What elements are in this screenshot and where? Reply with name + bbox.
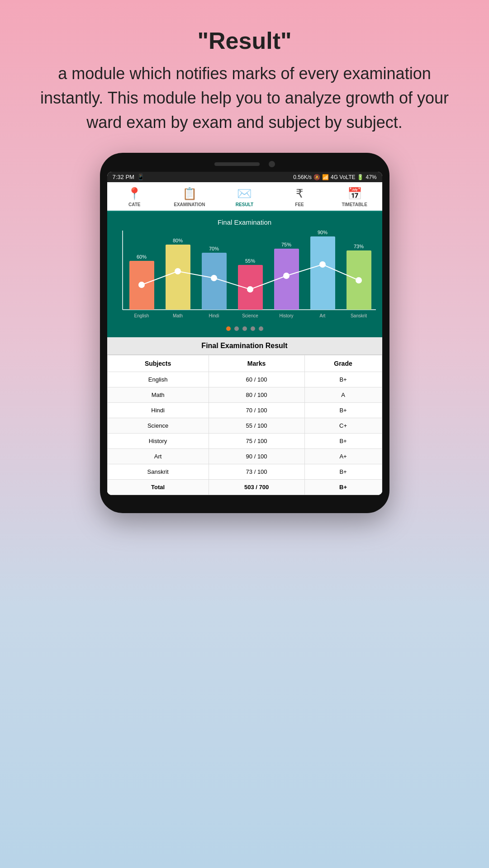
table-row: Hindi 70 / 100 B+ bbox=[107, 403, 382, 418]
examination-icon: 📋 bbox=[182, 187, 197, 201]
bar-pct-sanskrit: 73% bbox=[353, 244, 363, 249]
label-english: English bbox=[134, 313, 149, 318]
result-table: Subjects Marks Grade English 60 / 100 B+… bbox=[107, 355, 382, 495]
dot-math bbox=[175, 268, 181, 274]
bar-chart: 60% 80% 70% 55% 75% 90% 73% bbox=[112, 231, 378, 321]
svg-rect-7 bbox=[310, 236, 335, 310]
label-math: Math bbox=[172, 313, 182, 318]
dot-sanskrit bbox=[356, 277, 362, 283]
col-marks: Marks bbox=[209, 355, 304, 372]
svg-rect-3 bbox=[166, 245, 190, 310]
data-speed: 0.56K/s bbox=[293, 174, 312, 180]
phone-speaker bbox=[214, 162, 260, 166]
cell-grade: B+ bbox=[304, 480, 382, 495]
dot-5[interactable] bbox=[259, 326, 263, 331]
cell-marks: 75 / 100 bbox=[209, 434, 304, 449]
status-bar: 7:32 PM 📱 0.56K/s 🔕 📶 4G VoLTE 🔋 47% bbox=[107, 172, 382, 182]
col-subjects: Subjects bbox=[107, 355, 209, 372]
nav-item-examination[interactable]: 📋 EXAMINATION bbox=[162, 182, 217, 211]
table-row: Art 90 / 100 A+ bbox=[107, 449, 382, 464]
cell-marks: 70 / 100 bbox=[209, 403, 304, 418]
table-row: History 75 / 100 B+ bbox=[107, 434, 382, 449]
result-header: Final Examination Result bbox=[107, 337, 382, 355]
phone-screen: 7:32 PM 📱 0.56K/s 🔕 📶 4G VoLTE 🔋 47% 📍 C… bbox=[107, 172, 382, 495]
dot-3[interactable] bbox=[242, 326, 247, 331]
wifi-icon: 📶 bbox=[322, 174, 329, 180]
signal-icon: 🔕 bbox=[313, 174, 320, 180]
label-art: Art bbox=[319, 313, 325, 318]
table-row: Total 503 / 700 B+ bbox=[107, 480, 382, 495]
cell-subject: Total bbox=[107, 480, 209, 495]
cell-subject: Math bbox=[107, 387, 209, 403]
nav-item-timetable[interactable]: 📅 TIMETABLE bbox=[327, 182, 382, 211]
nav-bar: 📍 CATE 📋 EXAMINATION ✉️ RESULT ₹ FEE 📅 T… bbox=[107, 182, 382, 212]
phone-top-bar bbox=[107, 161, 382, 167]
pagination-dots bbox=[112, 323, 378, 333]
cell-marks: 90 / 100 bbox=[209, 449, 304, 464]
col-grade: Grade bbox=[304, 355, 382, 372]
bar-pct-history: 75% bbox=[281, 242, 291, 247]
table-row: Math 80 / 100 A bbox=[107, 387, 382, 403]
label-sanskrit: Sanskrit bbox=[350, 313, 366, 318]
cell-grade: A+ bbox=[304, 449, 382, 464]
chart-title: Final Examination bbox=[112, 218, 378, 226]
table-row: Sanskrit 73 / 100 B+ bbox=[107, 464, 382, 480]
battery-icon: 🔋 bbox=[357, 174, 364, 180]
timetable-icon: 📅 bbox=[347, 187, 362, 201]
table-row: English 60 / 100 B+ bbox=[107, 372, 382, 387]
nav-item-fee[interactable]: ₹ FEE bbox=[272, 182, 327, 211]
cell-grade: C+ bbox=[304, 418, 382, 434]
cell-marks: 73 / 100 bbox=[209, 464, 304, 480]
cell-subject: English bbox=[107, 372, 209, 387]
table-row: Science 55 / 100 C+ bbox=[107, 418, 382, 434]
cell-marks: 80 / 100 bbox=[209, 387, 304, 403]
nav-label-timetable: TIMETABLE bbox=[342, 202, 367, 207]
cell-grade: B+ bbox=[304, 434, 382, 449]
cell-grade: B+ bbox=[304, 372, 382, 387]
dot-english bbox=[138, 282, 145, 288]
cell-subject: History bbox=[107, 434, 209, 449]
cell-grade: B+ bbox=[304, 464, 382, 480]
chart-area: Final Examination 60% 80% 70% 55 bbox=[107, 212, 382, 337]
bar-pct-math: 80% bbox=[172, 238, 182, 243]
dot-2[interactable] bbox=[234, 326, 239, 331]
cell-grade: A bbox=[304, 387, 382, 403]
nav-label-result: RESULT bbox=[236, 202, 253, 207]
bar-pct-science: 55% bbox=[245, 258, 255, 264]
nav-label-fee: FEE bbox=[295, 202, 304, 207]
dot-1[interactable] bbox=[226, 326, 231, 331]
phone-frame: 7:32 PM 📱 0.56K/s 🔕 📶 4G VoLTE 🔋 47% 📍 C… bbox=[100, 153, 389, 513]
cell-grade: B+ bbox=[304, 403, 382, 418]
battery-pct: 47% bbox=[366, 174, 376, 180]
fee-icon: ₹ bbox=[296, 187, 304, 201]
nav-item-cate[interactable]: 📍 CATE bbox=[107, 182, 162, 211]
header-title: "Result" bbox=[36, 27, 453, 54]
status-time: 7:32 PM bbox=[113, 174, 134, 180]
network-label: 4G VoLTE bbox=[331, 174, 355, 180]
header-section: "Result" a module which notifies marks o… bbox=[0, 0, 489, 153]
cell-subject: Sanskrit bbox=[107, 464, 209, 480]
bar-pct-english: 60% bbox=[136, 254, 146, 259]
dot-history bbox=[283, 273, 290, 279]
result-section: Final Examination Result Subjects Marks … bbox=[107, 337, 382, 495]
result-icon: ✉️ bbox=[237, 187, 252, 201]
header-description: a module which notifies marks of every e… bbox=[36, 61, 453, 135]
status-right: 0.56K/s 🔕 📶 4G VoLTE 🔋 47% bbox=[293, 174, 376, 180]
cell-marks: 503 / 700 bbox=[209, 480, 304, 495]
nav-item-result[interactable]: ✉️ RESULT bbox=[217, 182, 272, 212]
status-left: 7:32 PM 📱 bbox=[113, 174, 144, 180]
label-hindi: Hindi bbox=[209, 313, 219, 318]
label-history: History bbox=[279, 313, 293, 318]
bar-pct-hindi: 70% bbox=[209, 246, 218, 251]
label-science: Science bbox=[242, 313, 258, 318]
dot-hindi bbox=[211, 275, 217, 281]
dot-art bbox=[319, 261, 326, 268]
cell-subject: Art bbox=[107, 449, 209, 464]
cell-subject: Science bbox=[107, 418, 209, 434]
dot-4[interactable] bbox=[251, 326, 255, 331]
phone-camera bbox=[269, 161, 275, 167]
dot-science bbox=[247, 286, 253, 292]
nav-label-examination: EXAMINATION bbox=[174, 202, 205, 207]
cell-marks: 55 / 100 bbox=[209, 418, 304, 434]
cell-subject: Hindi bbox=[107, 403, 209, 418]
